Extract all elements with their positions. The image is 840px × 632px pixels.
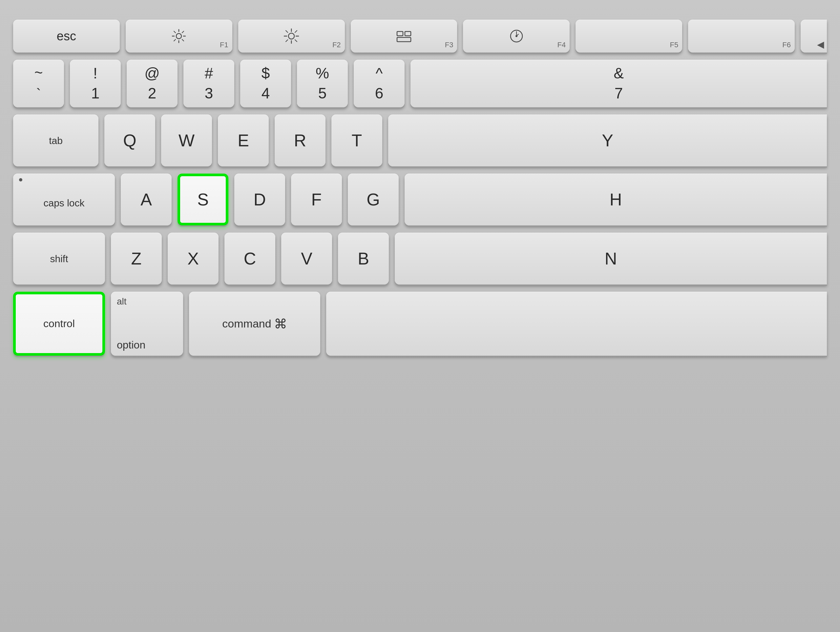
- svg-rect-20: [397, 37, 411, 42]
- command-label: command: [222, 317, 271, 330]
- c-label: C: [244, 250, 256, 267]
- alt-label: alt: [117, 296, 127, 307]
- arrow-right-icon: ◀: [817, 39, 824, 50]
- key-s[interactable]: S: [177, 174, 228, 226]
- t-label: T: [352, 132, 362, 149]
- number-row: ~ ` ! 1 @ 2 # 3 $ 4 % 5 ^ 6 & 7: [13, 60, 827, 107]
- key-2[interactable]: @ 2: [127, 60, 177, 107]
- w-label: W: [178, 132, 194, 149]
- key4-shift: $: [262, 64, 270, 82]
- key-v[interactable]: V: [281, 233, 332, 284]
- key-1[interactable]: ! 1: [70, 60, 121, 107]
- key-w[interactable]: W: [161, 115, 212, 166]
- dashboard-icon: [508, 28, 524, 44]
- key4-base: 4: [262, 84, 270, 102]
- key5-base: 5: [318, 84, 327, 102]
- key-c[interactable]: C: [224, 233, 275, 284]
- bottom-row: control alt option command ⌘: [13, 292, 827, 349]
- key-command[interactable]: command ⌘: [189, 292, 320, 356]
- f4-label: F4: [557, 41, 566, 49]
- svg-rect-19: [405, 32, 411, 36]
- f-label: F: [311, 191, 322, 208]
- key-6[interactable]: ^ 6: [354, 60, 404, 107]
- command-symbol: ⌘: [274, 316, 287, 332]
- key-7-partial[interactable]: & 7: [411, 60, 827, 107]
- key7-base: 7: [614, 84, 623, 102]
- svg-line-7: [182, 31, 184, 33]
- d-label: D: [254, 191, 266, 208]
- qwerty-row: tab Q W E R T Y: [13, 115, 827, 166]
- key6-shift: ^: [376, 64, 383, 82]
- shift-label: shift: [50, 252, 68, 265]
- key-shift[interactable]: shift: [13, 233, 105, 284]
- x-label: X: [187, 250, 199, 267]
- key-tilde[interactable]: ~ `: [13, 60, 64, 107]
- key1-base: 1: [91, 84, 100, 102]
- f1-label: F1: [220, 41, 228, 49]
- f3-label: F3: [445, 41, 453, 49]
- svg-line-5: [174, 31, 175, 33]
- key-h-partial[interactable]: H: [404, 174, 827, 226]
- s-label: S: [197, 191, 209, 208]
- key-4[interactable]: $ 4: [240, 60, 291, 107]
- key-d[interactable]: D: [234, 174, 285, 226]
- n-label: N: [605, 250, 617, 267]
- key3-shift: #: [205, 64, 213, 82]
- y-label: Y: [602, 132, 613, 149]
- key1-shift: !: [93, 64, 98, 82]
- key-t[interactable]: T: [332, 115, 382, 166]
- key-q[interactable]: Q: [104, 115, 155, 166]
- brightness-up-icon: [284, 28, 299, 44]
- fn-row: esc F1: [13, 20, 827, 52]
- key-f[interactable]: F: [291, 174, 342, 226]
- tab-label: tab: [49, 134, 63, 147]
- key-f7-partial[interactable]: ◀: [801, 20, 827, 52]
- key-3[interactable]: # 3: [183, 60, 234, 107]
- g-label: G: [366, 191, 380, 208]
- svg-line-8: [174, 40, 175, 41]
- key-f5[interactable]: F5: [576, 20, 682, 52]
- key-f3[interactable]: F3: [351, 20, 458, 52]
- key-control[interactable]: control: [13, 292, 105, 356]
- mission-control-icon: [396, 28, 412, 44]
- svg-line-14: [286, 30, 288, 33]
- key5-shift: %: [316, 64, 329, 82]
- key-y-partial[interactable]: Y: [388, 115, 827, 166]
- keyboard: esc F1: [0, 0, 840, 632]
- key-z[interactable]: Z: [111, 233, 162, 284]
- key-e[interactable]: E: [218, 115, 269, 166]
- brightness-down-icon: [171, 28, 187, 44]
- svg-line-16: [295, 30, 297, 33]
- key2-base: 2: [148, 84, 156, 102]
- key-b[interactable]: B: [338, 233, 389, 284]
- key-space-partial[interactable]: [326, 292, 827, 356]
- key-alt-option[interactable]: alt option: [111, 292, 183, 356]
- key-f2[interactable]: F2: [238, 20, 345, 52]
- key-n-partial[interactable]: N: [395, 233, 827, 284]
- key-f4[interactable]: F4: [463, 20, 570, 52]
- key-caps-lock[interactable]: caps lock: [13, 174, 115, 226]
- control-label: control: [43, 317, 75, 331]
- key-esc[interactable]: esc: [13, 20, 120, 52]
- svg-point-9: [289, 33, 294, 39]
- b-label: B: [358, 250, 369, 267]
- svg-rect-18: [397, 32, 403, 36]
- key-5[interactable]: % 5: [297, 60, 348, 107]
- f2-label: F2: [332, 41, 341, 49]
- e-label: E: [238, 132, 249, 149]
- f6-label: F6: [782, 41, 791, 49]
- key-f6[interactable]: F6: [688, 20, 795, 52]
- key-tab[interactable]: tab: [13, 115, 98, 166]
- key-a[interactable]: A: [121, 174, 172, 226]
- svg-line-24: [517, 34, 518, 35]
- key3-base: 3: [205, 84, 213, 102]
- key-g[interactable]: G: [348, 174, 399, 226]
- svg-line-17: [286, 40, 288, 42]
- key-f1[interactable]: F1: [126, 20, 232, 52]
- f5-label: F5: [670, 41, 678, 49]
- v-label: V: [301, 250, 313, 267]
- q-label: Q: [123, 132, 136, 149]
- key-r[interactable]: R: [275, 115, 325, 166]
- key-x[interactable]: X: [168, 233, 218, 284]
- key2-shift: @: [144, 64, 160, 82]
